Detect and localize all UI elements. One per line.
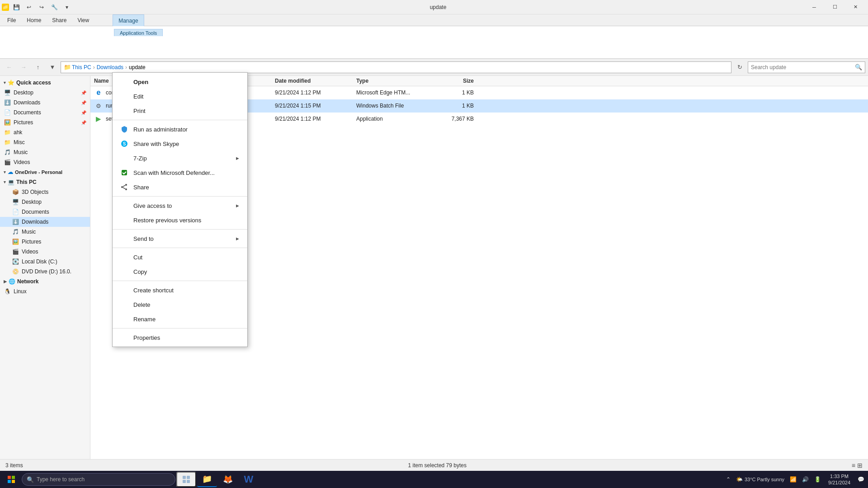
sidebar-localdisk-label: Local Disk (C:) bbox=[22, 258, 57, 265]
maximize-button[interactable]: ☐ bbox=[825, 0, 845, 14]
ctx-send-to[interactable]: Send to ► bbox=[113, 231, 247, 246]
tab-share[interactable]: Share bbox=[47, 14, 72, 26]
ctx-delete[interactable]: Delete bbox=[113, 297, 247, 312]
this-pc-label: This PC bbox=[16, 179, 37, 185]
search-input[interactable] bbox=[751, 64, 855, 70]
details-view-btn[interactable]: ≡ bbox=[852, 462, 855, 469]
ctx-copy[interactable]: Copy bbox=[113, 264, 247, 279]
sidebar-item-pictures[interactable]: 🖼️ Pictures 📌 bbox=[0, 117, 90, 127]
give-access-arrow: ► bbox=[235, 203, 240, 208]
taskbar-explorer[interactable]: 📁 bbox=[197, 472, 217, 487]
quick-access-header[interactable]: ▾ ⭐ Quick access bbox=[0, 78, 90, 88]
qat-save[interactable]: 💾 bbox=[11, 2, 22, 13]
taskbar-word[interactable]: W bbox=[239, 472, 259, 487]
network-label: Network bbox=[17, 278, 38, 285]
tray-weather[interactable]: 🌤️ 33°C Partly sunny bbox=[734, 471, 786, 488]
ctx-defender[interactable]: Scan with Microsoft Defender... bbox=[113, 165, 247, 180]
sidebar-item-ahk[interactable]: 📁 ahk bbox=[0, 127, 90, 137]
weather-text: 33°C Partly sunny bbox=[745, 477, 784, 482]
delete-icon bbox=[120, 300, 129, 309]
task-view-btn[interactable] bbox=[176, 472, 196, 487]
ctx-restore[interactable]: Restore previous versions bbox=[113, 213, 247, 227]
this-pc-header[interactable]: ▾ 💻 This PC bbox=[0, 177, 90, 187]
sidebar-documents-pc[interactable]: 📄 Documents bbox=[0, 207, 90, 217]
close-button[interactable]: ✕ bbox=[845, 0, 866, 14]
sidebar-videos-pc[interactable]: 🎬 Videos bbox=[0, 247, 90, 257]
sidebar-dvd-drive[interactable]: 📀 DVD Drive (D:) 16.0. bbox=[0, 267, 90, 277]
up-button[interactable]: ↑ bbox=[32, 61, 44, 74]
sidebar-music-pc[interactable]: 🎵 Music bbox=[0, 227, 90, 237]
ctx-run-admin-label: Run as administrator bbox=[133, 126, 188, 133]
recent-locations-button[interactable]: ▼ bbox=[46, 61, 59, 74]
selected-info: 1 item selected 79 bytes bbox=[408, 462, 467, 469]
ctx-7zip[interactable]: 7-Zip ► bbox=[113, 151, 247, 165]
sidebar-item-desktop[interactable]: 🖥️ Desktop 📌 bbox=[0, 88, 90, 98]
sidebar-item-downloads[interactable]: ⬇️ Downloads 📌 bbox=[0, 98, 90, 108]
sidebar-item-videos[interactable]: 🎬 Videos bbox=[0, 157, 90, 167]
ctx-properties[interactable]: Properties bbox=[113, 330, 247, 345]
col-header-date[interactable]: Date modified bbox=[275, 78, 356, 84]
give-access-icon bbox=[120, 201, 129, 210]
documents-icon: 📄 bbox=[4, 109, 11, 116]
7zip-arrow: ► bbox=[235, 155, 240, 161]
col-header-size[interactable]: Size bbox=[438, 78, 474, 84]
ctx-rename[interactable]: Rename bbox=[113, 312, 247, 326]
tab-view[interactable]: View bbox=[72, 14, 94, 26]
col-header-type[interactable]: Type bbox=[356, 78, 438, 84]
tray-battery[interactable]: 🔋 bbox=[812, 471, 823, 488]
sidebar-item-misc[interactable]: 📁 Misc bbox=[0, 137, 90, 147]
tray-chevron[interactable]: ⌃ bbox=[724, 471, 732, 488]
sidebar-local-disk[interactable]: 💽 Local Disk (C:) bbox=[0, 257, 90, 267]
send-to-arrow: ► bbox=[235, 236, 240, 241]
breadcrumb-update[interactable]: update bbox=[129, 64, 146, 70]
ctx-skype[interactable]: S Share with Skype bbox=[113, 136, 247, 151]
network-header[interactable]: ▶ 🌐 Network bbox=[0, 277, 90, 286]
ctx-edit[interactable]: Edit bbox=[113, 89, 247, 103]
tray-volume[interactable]: 🔊 bbox=[800, 471, 811, 488]
refresh-button[interactable]: ↻ bbox=[733, 61, 746, 74]
ctx-share[interactable]: Share bbox=[113, 180, 247, 194]
ctx-print[interactable]: Print bbox=[113, 103, 247, 118]
search-box[interactable]: 🔍 bbox=[748, 61, 865, 73]
qat-properties[interactable]: 🔧 bbox=[49, 2, 60, 13]
breadcrumb[interactable]: 📁 This PC › Downloads › update bbox=[61, 61, 731, 73]
onedrive-header[interactable]: ▾ ☁ OneDrive - Personal bbox=[0, 167, 90, 177]
tab-home[interactable]: Home bbox=[21, 14, 47, 26]
ctx-open[interactable]: Open bbox=[113, 75, 247, 89]
forward-button[interactable]: → bbox=[17, 61, 30, 74]
ctx-cut[interactable]: Cut bbox=[113, 250, 247, 264]
defender-icon bbox=[120, 168, 129, 177]
sidebar-pictures2-label: Pictures bbox=[22, 239, 41, 245]
sidebar-item-documents[interactable]: 📄 Documents 📌 bbox=[0, 108, 90, 117]
sidebar-pictures-pc[interactable]: 🖼️ Pictures bbox=[0, 237, 90, 247]
ctx-create-shortcut[interactable]: Create shortcut bbox=[113, 283, 247, 297]
taskbar-search[interactable]: 🔍 Type here to search bbox=[22, 473, 175, 486]
tiles-view-btn[interactable]: ⊞ bbox=[857, 462, 863, 469]
breadcrumb-downloads[interactable]: Downloads bbox=[97, 64, 123, 70]
sidebar-3d-objects[interactable]: 📦 3D Objects bbox=[0, 187, 90, 197]
minimize-button[interactable]: ─ bbox=[804, 0, 825, 14]
status-bar: 3 items 1 item selected 79 bytes ≡ ⊞ bbox=[0, 459, 868, 471]
ctx-give-access[interactable]: Give access to ► bbox=[113, 198, 247, 213]
system-clock[interactable]: 1:33 PM 9/21/2024 bbox=[825, 473, 854, 486]
back-button[interactable]: ← bbox=[3, 61, 15, 74]
tray-network[interactable]: 📶 bbox=[788, 471, 798, 488]
sidebar-item-music[interactable]: 🎵 Music bbox=[0, 147, 90, 157]
start-button[interactable] bbox=[2, 471, 21, 488]
tab-manage[interactable]: Manage bbox=[113, 14, 144, 26]
tab-file[interactable]: File bbox=[2, 14, 21, 26]
breadcrumb-this-pc[interactable]: This PC bbox=[72, 64, 91, 70]
ctx-run-admin[interactable]: Run as administrator bbox=[113, 122, 247, 136]
ctx-create-shortcut-label: Create shortcut bbox=[133, 287, 174, 294]
sidebar-desktop-pc[interactable]: 🖥️ Desktop bbox=[0, 197, 90, 207]
qat-dropdown[interactable]: ▾ bbox=[61, 2, 72, 13]
explorer-icon: 📁 bbox=[2, 4, 9, 11]
qat-redo[interactable]: ↪ bbox=[36, 2, 47, 13]
share-icon bbox=[120, 183, 129, 192]
sidebar-linux[interactable]: 🐧 Linux bbox=[0, 286, 90, 296]
tray-notifications[interactable]: 💬 bbox=[856, 471, 866, 488]
taskbar-firefox[interactable]: 🦊 bbox=[218, 472, 238, 487]
sidebar-downloads-pc[interactable]: ⬇️ Downloads bbox=[0, 217, 90, 227]
send-to-icon bbox=[120, 234, 129, 243]
qat-undo[interactable]: ↩ bbox=[24, 2, 34, 13]
